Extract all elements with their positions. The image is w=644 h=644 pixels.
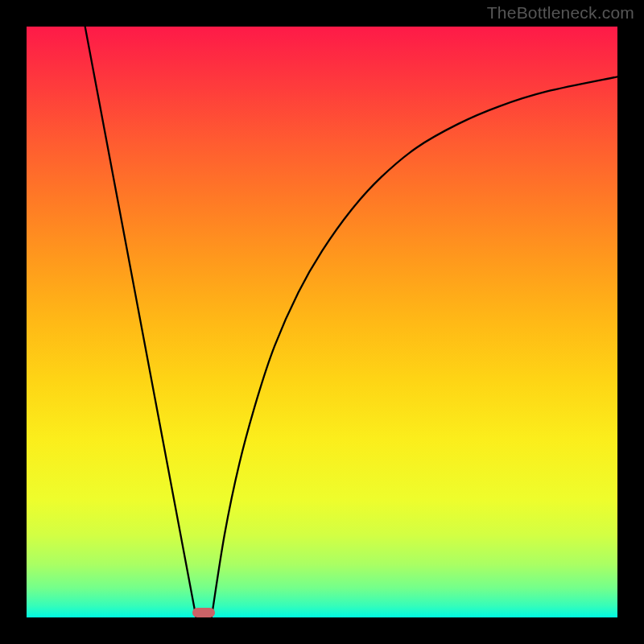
left-line-path bbox=[85, 27, 196, 617]
plot-area bbox=[27, 27, 617, 617]
right-curve-path bbox=[212, 76, 617, 617]
curve-layer bbox=[27, 27, 617, 617]
chart-frame: TheBottleneck.com bbox=[0, 0, 644, 644]
minimum-marker bbox=[192, 608, 215, 617]
watermark-text: TheBottleneck.com bbox=[487, 3, 634, 23]
